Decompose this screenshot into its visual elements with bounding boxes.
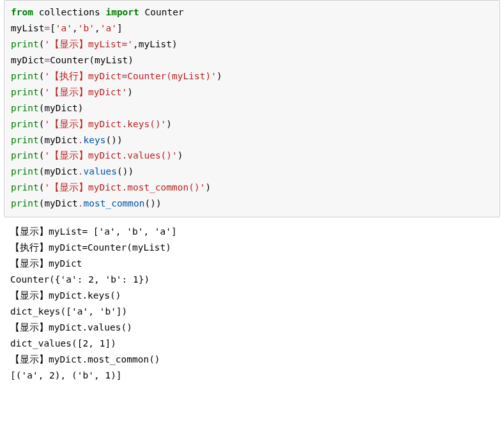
str-a: 'a' — [100, 23, 117, 33]
output-line: 【显示】myDict.values() — [10, 320, 494, 336]
fn-print: print — [11, 119, 39, 129]
comma: , — [95, 23, 100, 33]
code-block: from collections import Counter myList=[… — [4, 0, 500, 217]
list-literal: [ — [50, 23, 56, 33]
dot: . — [78, 166, 84, 176]
code-line-8: print('【显示】myDict.keys()') — [11, 116, 493, 132]
call: Counter(myList) — [50, 55, 134, 65]
fn-print: print — [11, 182, 39, 192]
string-literal: '【显示】myDict' — [44, 87, 127, 97]
output-line: 【执行】myDict=Counter(myList) — [10, 240, 494, 256]
code-line-7: print(myDict) — [11, 100, 493, 116]
kw-from: from — [11, 7, 33, 17]
fn-print: print — [11, 135, 39, 145]
paren-close: ) — [166, 119, 172, 129]
method-keys: keys — [84, 135, 106, 145]
string-literal: '【显示】myList=' — [44, 39, 133, 49]
code-line-13: print(myDict.most_common()) — [11, 196, 493, 212]
string-literal: '【执行】myDict=Counter(myList)' — [44, 71, 217, 81]
obj: myDict — [44, 198, 77, 208]
output-line: [('a', 2), ('b', 1)] — [10, 368, 494, 384]
output-line: dict_values([2, 1]) — [10, 336, 494, 352]
code-line-2: myList=['a','b','a'] — [11, 20, 493, 36]
var-name: myDict — [11, 55, 44, 65]
paren: () — [117, 166, 128, 176]
op-equal: = — [44, 23, 50, 33]
method-most-common: most_common — [84, 198, 145, 208]
paren-close: ) — [117, 135, 123, 145]
obj: myDict — [44, 166, 77, 176]
string-literal: '【显示】myDict.most_common()' — [44, 182, 205, 192]
paren-close: ) — [128, 166, 134, 176]
code-line-4: myDict=Counter(myList) — [11, 52, 493, 68]
var-name: myList — [11, 23, 44, 33]
dot: . — [78, 198, 84, 208]
code-line-12: print('【显示】myDict.most_common()') — [11, 180, 493, 196]
arg: myDict — [44, 103, 77, 113]
comma: , — [72, 23, 78, 33]
paren-close: ) — [156, 198, 162, 208]
code-line-9: print(myDict.keys()) — [11, 132, 493, 148]
paren-close: ) — [127, 87, 133, 97]
fn-print: print — [11, 103, 39, 113]
space — [33, 7, 39, 17]
kw-import: import — [105, 7, 139, 17]
list-close: ] — [117, 23, 123, 33]
output-line: dict_keys(['a', 'b']) — [10, 304, 494, 320]
str-b: 'b' — [78, 23, 95, 33]
fn-print: print — [11, 166, 39, 176]
output-line: 【显示】myDict.keys() — [10, 288, 494, 304]
paren-close: ) — [172, 39, 178, 49]
dot: . — [78, 135, 84, 145]
paren: () — [105, 135, 116, 145]
output-block: 【显示】myList= ['a', 'b', 'a'] 【执行】myDict=C… — [4, 224, 500, 388]
paren-close: ) — [178, 150, 183, 160]
code-line-1: from collections import Counter — [11, 4, 493, 20]
obj: myDict — [44, 135, 77, 145]
fn-print: print — [11, 87, 39, 97]
module-name: collections — [39, 7, 100, 17]
code-line-3: print('【显示】myList=',myList) — [11, 36, 493, 52]
output-line: 【显示】myDict.most_common() — [10, 352, 494, 368]
paren-close: ) — [217, 71, 222, 81]
code-line-5: print('【执行】myDict=Counter(myList)') — [11, 68, 493, 84]
code-line-10: print('【显示】myDict.values()') — [11, 148, 493, 164]
fn-print: print — [11, 198, 39, 208]
paren: () — [145, 198, 156, 208]
paren-close: ) — [205, 182, 211, 192]
output-line: Counter({'a': 2, 'b': 1}) — [10, 272, 494, 288]
comma: , — [133, 39, 139, 49]
arg: myList — [139, 39, 172, 49]
fn-print: print — [11, 39, 39, 49]
paren-close: ) — [78, 103, 84, 113]
fn-print: print — [11, 71, 39, 81]
string-literal: '【显示】myDict.values()' — [44, 150, 177, 160]
string-literal: '【显示】myDict.keys()' — [44, 119, 166, 129]
op-equal: = — [44, 55, 50, 65]
space — [139, 7, 145, 17]
code-line-6: print('【显示】myDict') — [11, 84, 493, 100]
fn-print: print — [11, 150, 39, 160]
str-a: 'a' — [56, 23, 72, 33]
output-line: 【显示】myDict — [10, 256, 494, 272]
code-line-11: print(myDict.values()) — [11, 164, 493, 180]
class-name: Counter — [145, 7, 184, 17]
output-line: 【显示】myList= ['a', 'b', 'a'] — [10, 224, 494, 240]
method-values: values — [84, 166, 117, 176]
